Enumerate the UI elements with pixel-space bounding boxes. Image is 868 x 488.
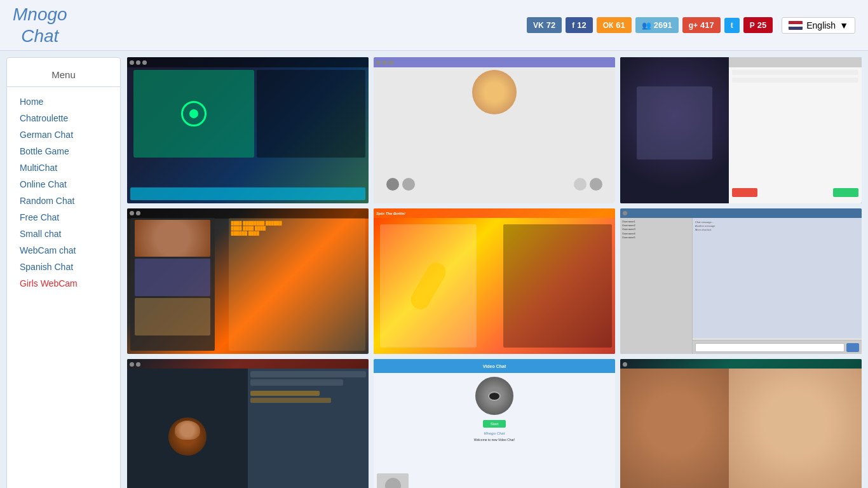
pi-count: 25	[757, 20, 766, 30]
flag-icon	[789, 21, 803, 30]
social-pi[interactable]: P 25	[743, 17, 773, 33]
ok-icon: ОК	[603, 21, 614, 30]
thumbnail-9[interactable]: Next Stop	[620, 359, 862, 488]
logo[interactable]: Mnogo Chat	[13, 4, 67, 46]
language-selector[interactable]: English ▼	[782, 17, 855, 34]
thumbnail-8[interactable]: Video Chat Start Mnogo Chat Welcome to n…	[374, 359, 615, 488]
sidebar-item-girls-webcam[interactable]: Girls WebCam	[7, 275, 120, 292]
thumbnail-5[interactable]: Spin The Bottle!	[374, 208, 615, 355]
ok-count: 61	[616, 20, 625, 30]
social-ag[interactable]: 👥 2691	[635, 17, 679, 33]
sidebar-item-free-chat[interactable]: Free Chat	[7, 209, 120, 226]
gallery: ████ ████████ ██████ ████ ████ ████ ████…	[127, 57, 862, 488]
fb-count: 12	[577, 20, 586, 30]
sidebar-item-random-chat[interactable]: Random Chat	[7, 193, 120, 209]
social-bar: VK 72 f 12 ОК 61 👥 2691 g+ 417 t P 25 En…	[527, 17, 855, 34]
social-ok[interactable]: ОК 61	[597, 17, 632, 33]
thumbnail-4[interactable]: ████ ████████ ██████ ████ ████ ████ ████…	[127, 208, 369, 355]
sidebar-item-multichat[interactable]: MultiChat	[7, 159, 120, 176]
fb-icon: f	[572, 21, 574, 30]
ag-count: 2691	[654, 20, 672, 30]
sidebar-item-bottle-game[interactable]: Bottle Game	[7, 143, 120, 159]
sidebar-item-home[interactable]: Home	[7, 93, 120, 110]
social-gp[interactable]: g+ 417	[682, 17, 721, 33]
sidebar-item-online-chat[interactable]: Online Chat	[7, 176, 120, 193]
ag-icon: 👥	[642, 21, 651, 30]
thumbnail-7[interactable]: ВКЛЮЧИТЬ ПОИСК	[127, 359, 369, 488]
social-tw[interactable]: t	[724, 18, 740, 33]
lang-label: English	[806, 20, 836, 30]
header: Mnogo Chat VK 72 f 12 ОК 61 👥 2691 g+ 41…	[0, 0, 868, 51]
sidebar-item-small-chat[interactable]: Small chat	[7, 226, 120, 242]
chevron-down-icon: ▼	[839, 20, 848, 30]
social-fb[interactable]: f 12	[566, 17, 592, 33]
pi-icon: P	[750, 21, 755, 30]
thumbnail-3[interactable]	[620, 57, 862, 203]
gp-icon: g+	[689, 21, 698, 30]
main-layout: Menu Home Chatroulette German Chat Bottl…	[0, 51, 868, 488]
thumbnail-6[interactable]: Username1Username2Username3Username4User…	[620, 208, 862, 355]
gp-count: 417	[700, 20, 714, 30]
social-vk[interactable]: VK 72	[527, 17, 562, 33]
vk-count: 72	[546, 20, 555, 30]
thumbnail-2[interactable]	[374, 57, 615, 203]
tw-icon: t	[731, 21, 733, 30]
thumbnail-1[interactable]	[127, 57, 369, 203]
sidebar-item-chatroulette[interactable]: Chatroulette	[7, 110, 120, 126]
sidebar: Menu Home Chatroulette German Chat Bottl…	[6, 57, 121, 488]
sidebar-item-spanish-chat[interactable]: Spanish Chat	[7, 259, 120, 275]
sidebar-item-german-chat[interactable]: German Chat	[7, 126, 120, 143]
vk-icon: VK	[533, 21, 544, 30]
sidebar-title: Menu	[7, 64, 120, 87]
sidebar-item-webcam-chat[interactable]: WebCam chat	[7, 242, 120, 259]
